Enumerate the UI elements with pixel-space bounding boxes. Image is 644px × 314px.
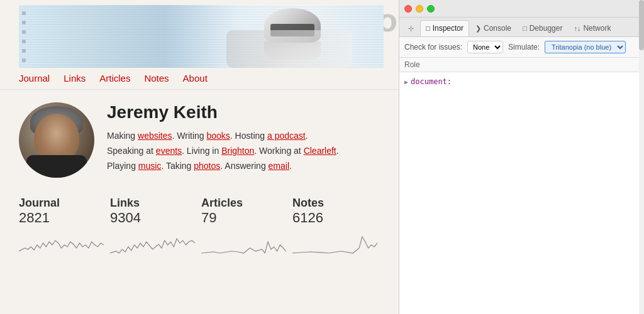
bio-link-websites[interactable]: websites	[138, 131, 172, 141]
tab-inspector[interactable]: □ Inspector	[420, 20, 469, 36]
banner-trooper-shoulder	[226, 30, 352, 68]
profile-name: Jeremy Keith	[107, 102, 384, 122]
stat-notes-chart	[292, 229, 377, 254]
devtools-tabs-bar: ⊹ □ Inspector ❯ Console □ Debugger ↑↓ Ne…	[399, 18, 644, 37]
tree-row-document[interactable]: ▶ document:	[404, 76, 639, 87]
profile-section: Jeremy Keith Making websites. Writing bo…	[0, 90, 402, 190]
stat-journal-label: Journal	[19, 197, 104, 210]
nav-notes[interactable]: Notes	[144, 73, 169, 84]
simulate-label: Simulate:	[508, 43, 540, 51]
inspector-icon: □	[426, 24, 430, 32]
devtools-titlebar	[399, 0, 644, 18]
profile-info: Jeremy Keith Making websites. Writing bo…	[107, 102, 384, 173]
stat-links-value: 9304	[110, 210, 195, 226]
check-issues-select[interactable]: None	[467, 41, 503, 53]
nav-articles[interactable]: Articles	[99, 73, 130, 84]
banner-grid	[19, 5, 44, 68]
tab-network-label: Network	[583, 24, 611, 33]
devtools-panel: ⊹ □ Inspector ❯ Console □ Debugger ↑↓ Ne…	[399, 0, 644, 314]
tab-console-label: Console	[484, 24, 511, 33]
console-icon: ❯	[475, 24, 481, 33]
stat-links-label: Links	[110, 197, 195, 210]
stat-journal-value: 2821	[19, 210, 104, 226]
tab-picker[interactable]: ⊹	[403, 21, 419, 36]
check-issues-label: Check for issues:	[404, 43, 462, 51]
banner-container	[19, 5, 384, 68]
devtools-toolbar: Check for issues: None Simulate: Tritano…	[399, 37, 644, 58]
tab-inspector-label: Inspector	[433, 24, 464, 33]
profile-bio: Making websites. Writing books. Hosting …	[107, 129, 384, 173]
bio-link-music[interactable]: music	[138, 161, 162, 171]
traffic-light-minimize[interactable]	[416, 5, 423, 13]
stat-articles-chart	[201, 229, 286, 254]
scrollbar-track	[639, 0, 644, 314]
nav-links[interactable]: Links	[64, 73, 86, 84]
stat-journal-chart	[19, 229, 104, 254]
simulate-select[interactable]: Tritanopia (no blue)	[545, 41, 626, 53]
picker-icon: ⊹	[408, 24, 414, 33]
traffic-light-close[interactable]	[404, 5, 412, 13]
stat-links: Links 9304	[110, 197, 201, 254]
stat-links-chart	[110, 229, 195, 254]
tab-console[interactable]: ❯ Console	[470, 21, 516, 36]
stat-notes-label: Notes	[292, 197, 377, 210]
website-pane: adactio Journal	[0, 0, 402, 314]
stat-journal: Journal 2821	[19, 197, 110, 254]
stat-articles-value: 79	[201, 210, 286, 226]
bio-link-events[interactable]: events	[156, 146, 182, 156]
bio-link-brighton[interactable]: Brighton	[221, 146, 254, 156]
role-label: Role	[399, 58, 644, 72]
bio-link-podcast[interactable]: a podcast	[267, 131, 306, 141]
stat-articles-label: Articles	[201, 197, 286, 210]
nav-about[interactable]: About	[183, 73, 208, 84]
nav-journal[interactable]: Journal	[19, 73, 50, 84]
stats-section: Journal 2821 Links 9304 Articles 79	[0, 190, 402, 254]
tree-arrow-icon: ▶	[404, 78, 408, 85]
bio-link-photos[interactable]: photos	[194, 161, 220, 171]
bio-link-books[interactable]: books	[206, 131, 230, 141]
devtools-tree: ▶ document:	[399, 72, 644, 314]
banner-image	[19, 5, 384, 68]
tab-debugger-label: Debugger	[530, 24, 563, 33]
tab-debugger[interactable]: □ Debugger	[518, 21, 567, 36]
tree-document-tag: document:	[411, 77, 452, 86]
traffic-light-maximize[interactable]	[427, 5, 435, 13]
network-icon: ↑↓	[574, 24, 580, 32]
stat-notes: Notes 6126	[292, 197, 384, 254]
avatar	[19, 102, 94, 178]
scrollbar-thumb[interactable]	[639, 0, 644, 50]
tab-network[interactable]: ↑↓ Network	[569, 21, 616, 36]
stat-notes-value: 6126	[292, 210, 377, 226]
debugger-icon: □	[523, 24, 527, 32]
stat-articles: Articles 79	[201, 197, 292, 254]
bio-link-email[interactable]: email	[269, 161, 289, 171]
site-nav: Journal Links Articles Notes About	[0, 68, 402, 90]
bio-link-clearleft[interactable]: Clearleft	[304, 146, 336, 156]
